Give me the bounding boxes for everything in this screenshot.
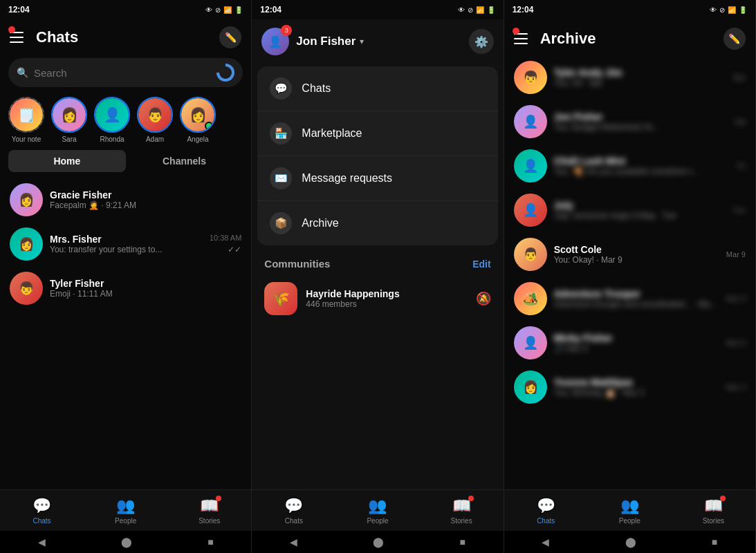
chat-time-mrs-fisher: 10:38 AM xyxy=(210,234,241,242)
search-spinner-1 xyxy=(216,64,234,82)
status-time-2: 12:04 xyxy=(260,5,282,15)
chats-nav-label-2: Chats xyxy=(285,517,303,525)
menu-item-message-requests[interactable]: ✉️ Message requests xyxy=(257,156,497,201)
status-time-1: 12:04 xyxy=(8,5,30,15)
archive-name-scott: Scott Cole xyxy=(554,244,719,255)
edit-communities-link[interactable]: Edit xyxy=(472,259,490,270)
archive-time-chidi: Fri xyxy=(737,162,746,170)
archive-name-july: July xyxy=(554,200,726,211)
story-adam[interactable]: 👨 Adam xyxy=(137,97,173,143)
nav-stories-2[interactable]: 📖 Stories xyxy=(420,497,504,525)
archive-item-micky[interactable]: 👤 Micky Fisher 🎵 Mar 8 Mar 8 xyxy=(508,321,751,365)
nav-stories-1[interactable]: 📖 Stories xyxy=(167,497,251,525)
archive-item-scott[interactable]: 👨 Scott Cole You: Okay! · Mar 9 Mar 9 xyxy=(508,232,751,276)
archive-name-yvonne: Yvonne Mattilpas xyxy=(554,377,719,388)
chats-nav-icon-3: 💬 xyxy=(537,497,555,515)
story-your-note[interactable]: 🗒️ Your note xyxy=(8,97,44,143)
edit-button-3[interactable]: ✏️ xyxy=(723,28,746,50)
community-item-hayride[interactable]: 🌾 Hayride Happenings 446 members 🔕 xyxy=(257,275,497,322)
recents-btn-3[interactable]: ■ xyxy=(712,536,717,547)
chat-item-mrs-fisher[interactable]: 👩 Mrs. Fisher You: transfer your setting… xyxy=(4,222,247,266)
archive-preview-yvonne: You: Birthday 🎂 · Mar 3 xyxy=(554,388,719,397)
tab-channels[interactable]: Channels xyxy=(126,150,243,172)
tabs-1: Home Channels xyxy=(8,150,243,172)
android-nav-2: ◀ ⬤ ■ xyxy=(252,531,503,553)
archive-item-yvonne[interactable]: 👩 Yvonne Mattilpas You: Birthday 🎂 · Mar… xyxy=(508,365,751,409)
search-bar-1[interactable]: 🔍 xyxy=(8,58,243,87)
archive-time-scott: Mar 9 xyxy=(726,250,746,259)
recents-btn-1[interactable]: ■ xyxy=(208,536,213,547)
nav-people-1[interactable]: 👥 People xyxy=(84,497,167,525)
eye-icon-2: 👁 xyxy=(458,6,465,14)
search-input-1[interactable] xyxy=(34,67,211,79)
archive-menu-label: Archive xyxy=(302,217,338,229)
nav-people-3[interactable]: 👥 People xyxy=(588,497,672,525)
archive-item-tyler-j[interactable]: 👦 Tyler Andy Jim You: Dir · Bar Bar xyxy=(508,55,751,100)
story-label-your-note: Your note xyxy=(12,135,41,143)
archive-avatar-micky: 👤 xyxy=(514,326,547,359)
story-angela[interactable]: 👩 Angela xyxy=(180,97,216,143)
archive-header: Archive ✏️ xyxy=(504,19,755,55)
battery-icon-2: 🔋 xyxy=(487,6,495,14)
tab-home[interactable]: Home xyxy=(8,150,126,172)
battery-icon: 🔋 xyxy=(234,6,243,14)
dropdown-menu: 💬 Chats 🏪 Marketplace ✉️ Message request… xyxy=(257,66,497,245)
menu-item-archive[interactable]: 📦 Archive xyxy=(257,201,497,245)
signal-icon: 📶 xyxy=(223,6,232,14)
story-rhonda[interactable]: 👤 Rhonda xyxy=(94,97,130,143)
chats-nav-label-1: Chats xyxy=(33,517,50,525)
home-btn-1[interactable]: ⬤ xyxy=(121,536,132,547)
marketplace-menu-icon: 🏪 xyxy=(270,122,292,144)
status-bar-2: 12:04 👁 ⊘ 📶 🔋 xyxy=(252,0,503,19)
people-nav-icon-3: 👥 xyxy=(620,497,639,515)
circle-icon: ⊘ xyxy=(215,6,221,14)
nav-people-2[interactable]: 👥 People xyxy=(335,497,419,525)
people-nav-icon-1: 👥 xyxy=(116,497,135,515)
panel-chats: 12:04 👁 ⊘ 📶 🔋 Chats ✏️ 🔍 � xyxy=(0,0,252,553)
settings-button[interactable]: ⚙️ xyxy=(469,29,494,54)
archive-name-micky: Micky Fisher xyxy=(554,332,719,344)
chevron-down-icon: ▾ xyxy=(360,37,364,46)
archive-chat-list: 👦 Tyler Andy Jim You: Dir · Bar Bar 👤 Jo… xyxy=(504,55,755,489)
chats-menu-label: Chats xyxy=(302,82,331,95)
menu-item-chats[interactable]: 💬 Chats xyxy=(257,66,497,111)
battery-icon-3: 🔋 xyxy=(739,6,747,14)
circle-icon-3: ⊘ xyxy=(719,6,725,14)
archive-time-tyler-j: Bar xyxy=(734,73,746,82)
signal-icon-2: 📶 xyxy=(476,6,484,14)
status-icons-2: 👁 ⊘ 📶 🔋 xyxy=(458,6,495,14)
story-label-adam: Adam xyxy=(146,135,164,143)
home-btn-2[interactable]: ⬤ xyxy=(373,536,384,547)
stories-row-1: 🗒️ Your note 👩 Sara 👤 Rhonda 👨 Adam 👩 xyxy=(0,93,251,150)
edit-button-1[interactable]: ✏️ xyxy=(219,26,241,48)
archive-item-july[interactable]: 👤 July July: tomorrow maps 9 May · Tue T… xyxy=(508,188,751,232)
panel-archive: 12:04 👁 ⊘ 📶 🔋 Archive ✏️ 👦 Tyler Andy Ji… xyxy=(504,0,756,553)
eye-icon: 👁 xyxy=(205,6,212,14)
back-btn-1[interactable]: ◀ xyxy=(38,536,46,547)
menu-wrap xyxy=(10,28,29,47)
archive-time-july: Tue xyxy=(732,206,746,214)
nav-chats-3[interactable]: 💬 Chats xyxy=(504,497,588,525)
nav-chats-2[interactable]: 💬 Chats xyxy=(252,497,335,525)
home-btn-3[interactable]: ⬤ xyxy=(625,536,636,547)
recents-btn-2[interactable]: ■ xyxy=(460,536,465,547)
chat-preview-mrs-fisher: You: transfer your settings to... xyxy=(50,245,203,254)
nav-chats-1[interactable]: 💬 Chats xyxy=(0,497,84,525)
nav-stories-3[interactable]: 📖 Stories xyxy=(672,497,755,525)
chat-item-gracie[interactable]: 👩 Gracie Fisher Facepalm 🤦 · 9:21 AM xyxy=(4,178,247,222)
archive-preview-july: July: tomorrow maps 9 May · Tue xyxy=(554,211,726,221)
chat-preview-gracie: Facepalm 🤦 · 9:21 AM xyxy=(50,200,241,210)
story-sara[interactable]: 👩 Sara xyxy=(51,97,87,143)
archive-item-chidi[interactable]: 👤 Chidi Lash Mini You: 🍕 Are you availab… xyxy=(508,144,751,188)
chats-nav-icon-2: 💬 xyxy=(284,497,303,515)
chat-item-tyler-fisher[interactable]: 👦 Tyler Fisher Emoji · 11:11 AM xyxy=(4,266,247,310)
people-nav-label-2: People xyxy=(367,517,388,525)
archive-time-adventure: Mar 8 xyxy=(726,294,746,303)
back-btn-3[interactable]: ◀ xyxy=(542,536,549,547)
stories-nav-icon-3: 📖 xyxy=(704,497,723,515)
back-btn-2[interactable]: ◀ xyxy=(290,536,297,547)
menu-item-marketplace[interactable]: 🏪 Marketplace xyxy=(257,111,497,156)
archive-title: Archive xyxy=(540,30,596,48)
archive-item-jon-fisher[interactable]: 👤 Jon Fisher You: Budget Retirement Hi..… xyxy=(508,100,751,144)
archive-item-adventure[interactable]: 🏕️ Adventure Trooper Adventure Escape an… xyxy=(508,276,751,321)
